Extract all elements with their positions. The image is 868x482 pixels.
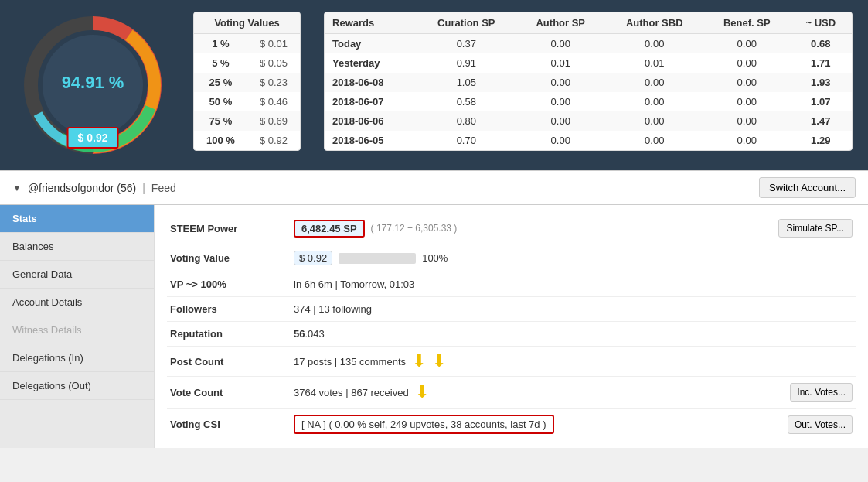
- gauge-value-box: $ 0.92: [67, 127, 119, 149]
- followers-label: Followers: [170, 303, 294, 315]
- account-name: @friendsofgondor (56): [28, 182, 136, 194]
- rewards-curation: 0.80: [417, 111, 516, 131]
- rewards-usd: 1.29: [790, 131, 852, 150]
- rewards-benef: 0.00: [704, 73, 790, 92]
- rewards-usd: 1.71: [790, 53, 852, 73]
- rewards-data-row: 2018-06-08 1.05 0.00 0.00 0.00 1.93: [325, 73, 852, 92]
- rewards-benef: 0.00: [704, 92, 790, 111]
- vote-percent: 100%: [422, 252, 448, 264]
- top-panel: 94.91 % $ 0.92 Voting Values 1 %$ 0.015 …: [0, 0, 868, 170]
- arrow-down-icon-3: ⬇: [415, 384, 429, 401]
- rewards-header-cell: Curation SP: [417, 12, 516, 34]
- rewards-data-row: Today 0.37 0.00 0.00 0.00 0.68: [325, 34, 852, 54]
- simulate-sp-button[interactable]: Simulate SP...: [778, 219, 853, 238]
- vp-text: in 6h 6m | Tomorrow, 01:03: [294, 279, 414, 290]
- rewards-author-sp: 0.00: [516, 92, 605, 111]
- voting-value-row: 25 %$ 0.23: [194, 73, 300, 92]
- reputation-value: 56.043: [294, 328, 853, 340]
- voting-val-cell: $ 0.46: [247, 92, 300, 111]
- voting-val-cell: $ 0.05: [247, 53, 300, 73]
- rewards-usd: 1.07: [790, 92, 852, 111]
- rewards-benef: 0.00: [704, 34, 790, 54]
- voting-val-cell: $ 0.92: [247, 131, 300, 150]
- out-votes-button[interactable]: Out. Votes...: [788, 415, 853, 434]
- rewards-header-cell: ~ USD: [790, 12, 852, 34]
- stats-panel: STEEM Power 6,482.45 SP ( 177.12 + 6,305…: [155, 205, 868, 448]
- rewards-author-sp: 0.00: [516, 34, 605, 54]
- vp-row: VP ~> 100% in 6h 6m | Tomorrow, 01:03: [167, 272, 856, 297]
- voting-pct-cell: 75 %: [194, 111, 247, 131]
- steem-power-highlight: 6,482.45 SP: [294, 220, 365, 238]
- voting-value-row: 1 %$ 0.01: [194, 34, 300, 54]
- account-bar-left: ▼ @friendsofgondor (56) | Feed: [12, 182, 176, 194]
- sidebar-item-witness-details: Witness Details: [0, 316, 154, 344]
- followers-value: 374 | 13 following: [294, 303, 853, 315]
- reputation-label: Reputation: [170, 328, 294, 340]
- sidebar-item-stats[interactable]: Stats: [0, 205, 154, 233]
- feed-link[interactable]: Feed: [151, 182, 176, 194]
- rewards-curation: 0.37: [417, 34, 516, 54]
- rewards-header-cell: Author SBD: [605, 12, 704, 34]
- voting-pct-cell: 25 %: [194, 73, 247, 92]
- rewards-author-sbd: 0.00: [605, 92, 704, 111]
- rewards-usd: 1.47: [790, 111, 852, 131]
- rewards-curation: 1.05: [417, 73, 516, 92]
- vote-count-text: 3764 votes | 867 received: [294, 387, 409, 398]
- post-count-row: Post Count 17 posts | 135 comments ⬇ ⬇: [167, 347, 856, 377]
- voting-pct-cell: 1 %: [194, 34, 247, 54]
- separator: |: [142, 182, 145, 194]
- rewards-author-sp: 0.00: [516, 131, 605, 150]
- vote-bar: [339, 253, 416, 264]
- sidebar-item-account-details[interactable]: Account Details: [0, 289, 154, 316]
- rewards-curation: 0.70: [417, 131, 516, 150]
- steem-power-sub: ( 177.12 + 6,305.33 ): [371, 223, 458, 234]
- sidebar-item-general-data[interactable]: General Data: [0, 261, 154, 289]
- voting-pct-cell: 5 %: [194, 53, 247, 73]
- voting-value-label: Voting Value: [170, 252, 294, 264]
- rewards-usd: 1.93: [790, 73, 852, 92]
- voting-values-table: Voting Values 1 %$ 0.015 %$ 0.0525 %$ 0.…: [193, 12, 301, 151]
- post-count-text: 17 posts | 135 comments: [294, 356, 406, 367]
- gauge-percent: 94.91 %: [62, 73, 124, 93]
- followers-row: Followers 374 | 13 following: [167, 297, 856, 322]
- triangle-icon: ▼: [12, 183, 22, 193]
- rewards-table: RewardsCuration SPAuthor SPAuthor SBDBen…: [324, 12, 853, 151]
- sidebar-item-delegations-in[interactable]: Delegations (In): [0, 344, 154, 372]
- rewards-curation: 0.58: [417, 92, 516, 111]
- rewards-date: 2018-06-07: [325, 92, 417, 111]
- rewards-benef: 0.00: [704, 111, 790, 131]
- rewards-author-sbd: 0.00: [605, 111, 704, 131]
- steem-power-row: STEEM Power 6,482.45 SP ( 177.12 + 6,305…: [167, 213, 856, 244]
- switch-account-button[interactable]: Switch Account...: [759, 177, 856, 198]
- rewards-author-sbd: 0.00: [605, 131, 704, 150]
- reputation-text: 56.043: [294, 328, 325, 340]
- voting-val-cell: $ 0.23: [247, 73, 300, 92]
- voting-pct-cell: 50 %: [194, 92, 247, 111]
- followers-text: 374 | 13 following: [294, 303, 372, 315]
- voting-pct-cell: 100 %: [194, 131, 247, 150]
- rewards-author-sbd: 0.01: [605, 53, 704, 73]
- account-bar: ▼ @friendsofgondor (56) | Feed Switch Ac…: [0, 170, 868, 205]
- voting-csi-value: [ NA ] ( 0.00 % self, 249 upvotes, 38 ac…: [294, 415, 853, 434]
- vote-count-label: Vote Count: [170, 387, 294, 398]
- rewards-date: Yesterday: [325, 53, 417, 73]
- vote-count-value: 3764 votes | 867 received ⬇ Inc. Votes..…: [294, 383, 853, 402]
- rewards-date: Today: [325, 34, 417, 54]
- reputation-row: Reputation 56.043: [167, 322, 856, 347]
- voting-val-cell: $ 0.69: [247, 111, 300, 131]
- rewards-header-cell: Author SP: [516, 12, 605, 34]
- rewards-date: 2018-06-06: [325, 111, 417, 131]
- vote-dollar-value: $ 0.92: [294, 251, 332, 265]
- rewards-author-sbd: 0.00: [605, 73, 704, 92]
- rewards-data-row: Yesterday 0.91 0.01 0.01 0.00 1.71: [325, 53, 852, 73]
- rewards-curation: 0.91: [417, 53, 516, 73]
- rewards-date: 2018-06-05: [325, 131, 417, 150]
- gauge-container: 94.91 % $ 0.92: [15, 8, 170, 162]
- inc-votes-button[interactable]: Inc. Votes...: [790, 383, 853, 402]
- sidebar-item-balances[interactable]: Balances: [0, 233, 154, 261]
- arrow-down-icon-1: ⬇: [412, 353, 426, 370]
- rewards-data-row: 2018-06-05 0.70 0.00 0.00 0.00 1.29: [325, 131, 852, 150]
- sidebar-item-delegations-out[interactable]: Delegations (Out): [0, 372, 154, 400]
- vp-value: in 6h 6m | Tomorrow, 01:03: [294, 279, 853, 290]
- voting-values-header: Voting Values: [194, 12, 300, 34]
